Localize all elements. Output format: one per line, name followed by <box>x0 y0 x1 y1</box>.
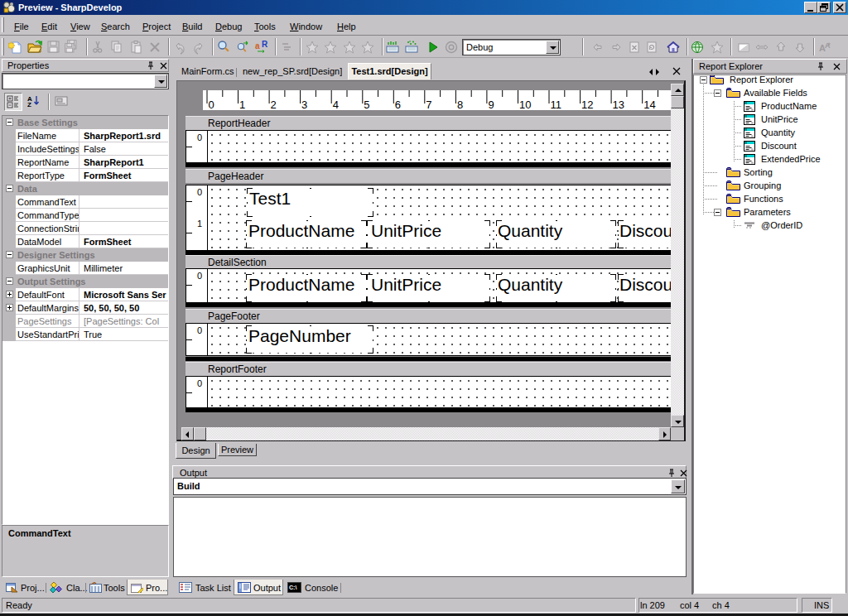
svg-text:13: 13 <box>613 99 624 111</box>
svg-text:12: 12 <box>581 99 593 111</box>
svg-text:9: 9 <box>488 99 494 111</box>
svg-text:4: 4 <box>333 99 339 111</box>
svg-text:0: 0 <box>209 99 214 111</box>
svg-text:3: 3 <box>301 99 307 111</box>
svg-text:R: R <box>262 40 268 49</box>
svg-text:7: 7 <box>426 99 431 111</box>
svg-text:10: 10 <box>519 99 531 111</box>
svg-text:11: 11 <box>551 99 562 111</box>
svg-text:8: 8 <box>457 99 463 111</box>
svg-text:A: A <box>825 41 831 50</box>
svg-text:Z: Z <box>27 101 31 108</box>
svg-text:C:\: C:\ <box>289 585 296 590</box>
svg-text:a: a <box>255 41 260 51</box>
svg-text:1: 1 <box>239 99 245 111</box>
svg-text:5: 5 <box>364 99 369 111</box>
svg-text:6: 6 <box>395 99 401 111</box>
svg-text:2: 2 <box>271 99 277 111</box>
svg-text:14: 14 <box>643 99 655 111</box>
